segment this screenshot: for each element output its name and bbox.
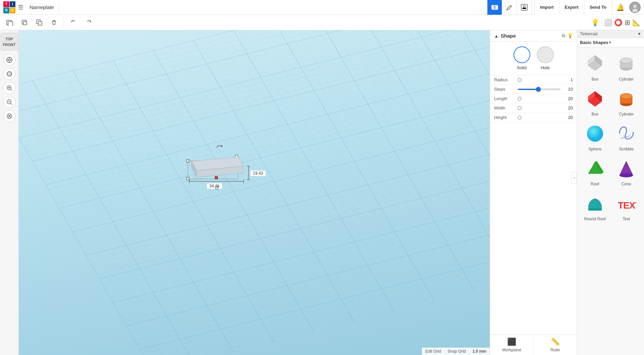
- logo-n: N: [3, 7, 9, 13]
- shape-item-box-red[interactable]: Box: [580, 85, 610, 119]
- redo-button[interactable]: [82, 16, 95, 29]
- shape-panel-collapse-icon[interactable]: ▲: [494, 33, 499, 39]
- canvas-grid: 34.40 19.43 ↺: [19, 30, 490, 355]
- shape-item-text[interactable]: TEXT Text: [611, 190, 642, 223]
- hamburger-menu-icon[interactable]: ☰: [18, 4, 23, 11]
- handle-br[interactable]: [215, 176, 218, 179]
- sendto-button[interactable]: Send To: [584, 0, 612, 15]
- svg-point-46: [620, 93, 632, 99]
- ruler-icon: 📏: [551, 338, 560, 346]
- mode-edit-btn[interactable]: [502, 0, 517, 15]
- edit-grid-label[interactable]: Edit Grid: [425, 349, 441, 354]
- shape-item-cone[interactable]: Cone: [611, 155, 642, 188]
- mirror-icon[interactable]: ⭕: [614, 18, 623, 27]
- bottom-bar: Edit Grid Snap Grid 1.0 mm: [422, 348, 490, 355]
- 3d-view-icon: [491, 4, 498, 11]
- radius-label: Radius: [494, 77, 518, 82]
- zoom-in-button[interactable]: [3, 82, 15, 94]
- library-source-arrow[interactable]: ▼: [637, 32, 641, 36]
- solid-option[interactable]: Solid: [514, 46, 530, 70]
- logo-t: T: [3, 1, 9, 7]
- redo-icon: [85, 19, 92, 26]
- rotation-arrow-bottom: ↺: [215, 185, 219, 191]
- duplicate-button[interactable]: [33, 16, 46, 29]
- avatar-icon: [630, 3, 640, 12]
- steps-value[interactable]: [561, 87, 573, 92]
- shape-name-cone: Cone: [622, 182, 631, 186]
- length-circle: [518, 97, 522, 101]
- sep1: [59, 3, 59, 12]
- height-value[interactable]: [561, 115, 573, 120]
- shape-name-box-red: Box: [591, 112, 598, 117]
- orbit-icon: [6, 71, 12, 77]
- snap-value[interactable]: 1.0 mm: [473, 349, 486, 354]
- svg-point-5: [633, 5, 637, 8]
- notifications-icon[interactable]: 🔔: [616, 3, 625, 11]
- shape-item-round-roof[interactable]: Round Roof: [580, 190, 610, 223]
- radius-slider-container: [518, 78, 561, 82]
- shape-item-box-gray[interactable]: Box: [580, 50, 610, 84]
- workplane-button[interactable]: ⬛ Workplane: [490, 335, 534, 355]
- user-avatar[interactable]: [629, 2, 641, 13]
- delete-button[interactable]: [48, 16, 60, 29]
- box-red-icon: [583, 87, 607, 110]
- logo: T I N K: [3, 1, 15, 13]
- svg-rect-8: [8, 21, 13, 26]
- library-collapse-button[interactable]: ›: [572, 172, 577, 184]
- mode-3d-btn[interactable]: [487, 0, 502, 15]
- copy-button[interactable]: [18, 16, 31, 29]
- steps-slider[interactable]: [518, 89, 561, 90]
- orbit-button[interactable]: [3, 68, 15, 80]
- right-toolbar: 💡 ⬜ ⭕ ⊞ 📐: [591, 18, 641, 27]
- mode-account-btn[interactable]: [517, 0, 532, 15]
- length-value[interactable]: [561, 96, 573, 101]
- export-button[interactable]: Export: [559, 0, 584, 15]
- svg-point-20: [7, 73, 12, 75]
- zoom-out-button[interactable]: [3, 96, 15, 108]
- scribble-icon: [614, 122, 638, 145]
- library-category-header: Basic Shapes ▼: [577, 38, 644, 47]
- solid-circle: [514, 46, 530, 63]
- main-area: TOP FRONT: [0, 30, 644, 355]
- hole-option[interactable]: Hole: [537, 46, 554, 70]
- shape-panel-title: Shape: [501, 33, 560, 39]
- svg-point-49: [587, 126, 603, 142]
- new-shape-button[interactable]: [3, 16, 16, 29]
- canvas-area[interactable]: 34.40 19.43 ↺ Edit Grid Snap Grid 1.0 mm: [19, 30, 490, 355]
- fit-icon: [6, 113, 12, 119]
- shape-item-roof[interactable]: Roof: [580, 155, 610, 188]
- info-shape-icon[interactable]: 💡: [567, 33, 573, 39]
- import-button[interactable]: Import: [535, 0, 559, 15]
- width-circle: [518, 106, 522, 110]
- view-cube[interactable]: TOP FRONT: [1, 33, 18, 50]
- library-category-arrow[interactable]: ▼: [608, 41, 612, 44]
- canvas-shape-svg: 34.40 19.43 ↺: [163, 141, 280, 208]
- length-row: Length: [490, 94, 577, 103]
- radius-row: Radius: [490, 75, 577, 85]
- ruler-button[interactable]: 📏 Ruler: [534, 335, 577, 355]
- shape-toggle-icon[interactable]: ⬜: [604, 18, 612, 27]
- shape-name-cyl-gray: Cylinder: [619, 77, 634, 82]
- home-nav-button[interactable]: [3, 54, 15, 66]
- align-icon[interactable]: ⊞: [625, 18, 630, 27]
- lightbulb-icon[interactable]: 💡: [591, 18, 599, 27]
- fit-button[interactable]: [3, 110, 15, 122]
- mode-buttons: [487, 0, 532, 15]
- shape-item-sphere[interactable]: Sphere: [580, 120, 610, 153]
- shape-item-cyl-gray[interactable]: Cylinder: [611, 50, 642, 84]
- shape-item-cyl-orange[interactable]: Cylinder: [611, 85, 642, 119]
- radius-value[interactable]: [561, 77, 573, 82]
- library-category-label[interactable]: Basic Shapes: [580, 40, 608, 45]
- hole-label: Hole: [541, 65, 550, 70]
- copy-shape-icon[interactable]: ⧉: [562, 33, 565, 39]
- library-source: Tinkercad ▼: [577, 30, 644, 38]
- undo-button[interactable]: [67, 16, 80, 29]
- steps-slider-container[interactable]: [518, 89, 561, 90]
- ruler-label: Ruler: [550, 348, 560, 352]
- sep3: [601, 18, 602, 27]
- shape-item-scribble[interactable]: Scribble: [611, 120, 642, 153]
- width-value[interactable]: [561, 105, 573, 110]
- ruler-icon[interactable]: 📐: [632, 18, 641, 27]
- shape-name-roof: Roof: [591, 182, 599, 186]
- svg-point-38: [620, 58, 632, 63]
